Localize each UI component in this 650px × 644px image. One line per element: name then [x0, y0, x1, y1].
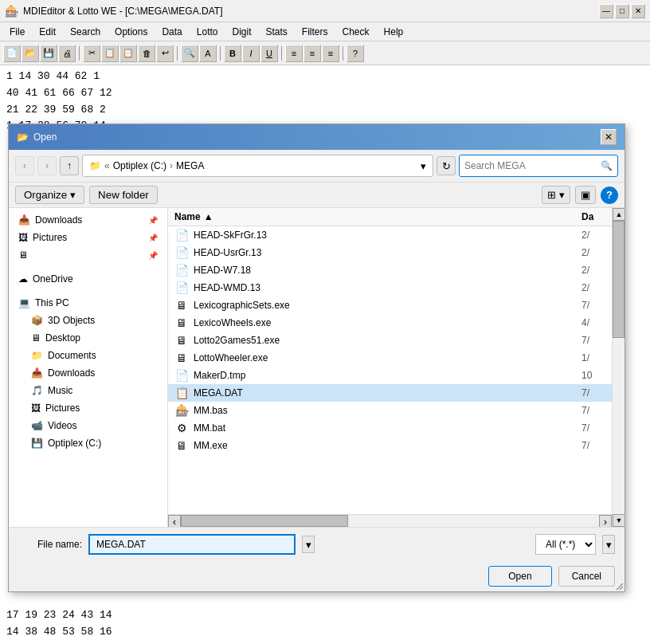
file-name-12: MM.exe	[194, 440, 577, 451]
menu-options[interactable]: Options	[108, 25, 154, 39]
nav-desktop[interactable]: 🖥 Desktop	[9, 329, 167, 347]
filename-dropdown-button[interactable]: ▾	[302, 536, 315, 553]
nav-pictures-pinned[interactable]: 🖼 Pictures 📌	[9, 229, 167, 246]
toolbar-font[interactable]: A	[199, 45, 217, 62]
menu-stats[interactable]: Stats	[260, 25, 294, 39]
path-dropdown-button[interactable]: ▾	[421, 160, 426, 172]
horizontal-scrollbar[interactable]: ‹ ›	[168, 514, 612, 527]
nav-optiplex-label: Optiplex (C:)	[48, 438, 101, 449]
menu-digit[interactable]: Digit	[225, 25, 257, 39]
nav-downloads[interactable]: 📥 Downloads	[9, 364, 167, 382]
nav-3d-objects[interactable]: 📦 3D Objects	[9, 312, 167, 329]
menu-edit[interactable]: Edit	[33, 25, 62, 39]
file-item-1[interactable]: 📄 HEAD-UsrGr.13 2/	[168, 244, 612, 261]
menu-filters[interactable]: Filters	[296, 25, 335, 39]
menu-file[interactable]: File	[3, 25, 31, 39]
file-item-0[interactable]: 📄 HEAD-SkFrGr.13 2/	[168, 226, 612, 244]
filetype-select[interactable]: All (*.*)	[535, 534, 596, 555]
close-button[interactable]: ✕	[631, 4, 645, 18]
scroll-down-button[interactable]: ▼	[613, 514, 625, 527]
file-item-12[interactable]: 🖥 MM.exe 7/	[168, 437, 612, 454]
menu-search[interactable]: Search	[64, 25, 107, 39]
file-item-2[interactable]: 📄 HEAD-W7.18 2/	[168, 261, 612, 279]
cancel-button[interactable]: Cancel	[558, 566, 615, 587]
scroll-up-button[interactable]: ▲	[613, 208, 625, 221]
toolbar-underline[interactable]: U	[260, 45, 278, 62]
file-item-3[interactable]: 📄 HEAD-WMD.13 2/	[168, 279, 612, 296]
nav-videos[interactable]: 📹 Videos	[9, 417, 167, 434]
open-button[interactable]: Open	[488, 566, 551, 587]
resize-grip[interactable]	[615, 582, 625, 591]
toolbar-find[interactable]: 🔍	[181, 45, 198, 62]
toolbar-help[interactable]: ?	[347, 45, 364, 62]
toolbar-cut[interactable]: ✂	[83, 45, 100, 62]
toolbar-align-left[interactable]: ≡	[285, 45, 303, 62]
file-item-5[interactable]: 🖥 LexicoWheels.exe 4/	[168, 314, 612, 332]
toolbar-copy[interactable]: 📋	[101, 45, 119, 62]
new-folder-button[interactable]: New folder	[89, 186, 158, 204]
file-item-6[interactable]: 🖥 Lotto2Games51.exe 7/	[168, 332, 612, 349]
toolbar-new[interactable]: 📄	[3, 45, 21, 62]
pin-downloads-button[interactable]: 📌	[148, 216, 158, 225]
dialog-close-button[interactable]: ✕	[601, 129, 617, 145]
nav-videos-label: Videos	[48, 420, 76, 431]
pin-extra-button[interactable]: 📌	[148, 251, 158, 260]
toolbar-save[interactable]: 💾	[40, 45, 57, 62]
forward-button[interactable]: ›	[37, 156, 57, 175]
scroll-right-button[interactable]: ›	[599, 515, 612, 528]
minimize-button[interactable]: —	[599, 4, 613, 18]
menu-data[interactable]: Data	[155, 25, 188, 39]
menu-check[interactable]: Check	[336, 25, 376, 39]
toolbar-align-center[interactable]: ≡	[303, 45, 321, 62]
nav-downloads-pinned[interactable]: 📥 Downloads 📌	[9, 211, 167, 229]
dialog-title-icon: 📂	[17, 132, 29, 143]
view-button[interactable]: ⊞ ▾	[542, 186, 570, 204]
nav-extra-pinned[interactable]: 🖥 📌	[9, 246, 167, 264]
col-name-header[interactable]: Name ▲	[174, 211, 581, 222]
toolbar-italic[interactable]: I	[242, 45, 260, 62]
dialog-title-text: Open	[33, 132, 57, 143]
nav-pictures[interactable]: 🖼 Pictures	[9, 399, 167, 417]
toolbar-undo[interactable]: ↩	[156, 45, 174, 62]
toolbar-open[interactable]: 📂	[22, 45, 39, 62]
scroll-left-button[interactable]: ‹	[168, 515, 181, 528]
filetype-dropdown-button[interactable]: ▾	[602, 535, 615, 554]
vertical-scrollbar[interactable]: ▲ ▼	[612, 208, 625, 527]
file-date-12: 7/	[581, 440, 605, 451]
toolbar-sep5	[343, 46, 343, 61]
file-item-8[interactable]: 📄 MakerD.tmp 10	[168, 367, 612, 384]
toolbar: 📄 📂 💾 🖨 ✂ 📋 📋 🗑 ↩ 🔍 A B I U ≡ ≡ ≡ ?	[0, 41, 650, 65]
toolbar-delete[interactable]: 🗑	[138, 45, 155, 62]
file-item-7[interactable]: 🖥 LottoWheeler.exe 1/	[168, 349, 612, 367]
toolbar-align-right[interactable]: ≡	[322, 45, 339, 62]
nav-music[interactable]: 🎵 Music	[9, 382, 167, 399]
file-item-4[interactable]: 🖥 LexicographicSets.exe 7/	[168, 296, 612, 314]
file-item-9[interactable]: 📋 MEGA.DAT 7/	[168, 384, 612, 402]
file-item-11[interactable]: ⚙ MM.bat 7/	[168, 419, 612, 437]
menu-help[interactable]: Help	[378, 25, 410, 39]
filename-input[interactable]	[88, 534, 296, 555]
back-button[interactable]: ‹	[15, 156, 34, 175]
file-name-8: MakerD.tmp	[194, 370, 577, 381]
address-path[interactable]: 📁 « Optiplex (C:) › MEGA ▾	[82, 155, 433, 177]
section-divider-1	[9, 264, 167, 270]
nav-documents[interactable]: 📁 Documents	[9, 347, 167, 364]
file-item-10[interactable]: 🎰 MM.bas 7/	[168, 402, 612, 419]
pin-pictures-button[interactable]: 📌	[148, 234, 158, 242]
nav-this-pc[interactable]: 💻 This PC	[9, 294, 167, 312]
maximize-button[interactable]: □	[615, 4, 629, 18]
search-input[interactable]	[464, 160, 601, 171]
help-button[interactable]: ?	[601, 187, 618, 204]
toolbar-print[interactable]: 🖨	[58, 45, 76, 62]
nav-optiplex[interactable]: 💾 Optiplex (C:)	[9, 434, 167, 452]
refresh-button[interactable]: ↻	[437, 156, 456, 175]
toolbar-bold[interactable]: B	[224, 45, 241, 62]
up-button[interactable]: ↑	[60, 156, 79, 175]
toolbar-paste[interactable]: 📋	[119, 45, 137, 62]
nav-onedrive[interactable]: ☁ OneDrive	[9, 270, 167, 288]
file-name-1: HEAD-UsrGr.13	[194, 247, 577, 258]
menu-lotto[interactable]: Lotto	[190, 25, 225, 39]
organize-button[interactable]: Organize ▾	[15, 186, 84, 204]
preview-button[interactable]: ▣	[575, 186, 596, 204]
search-box[interactable]: 🔍	[459, 155, 618, 177]
